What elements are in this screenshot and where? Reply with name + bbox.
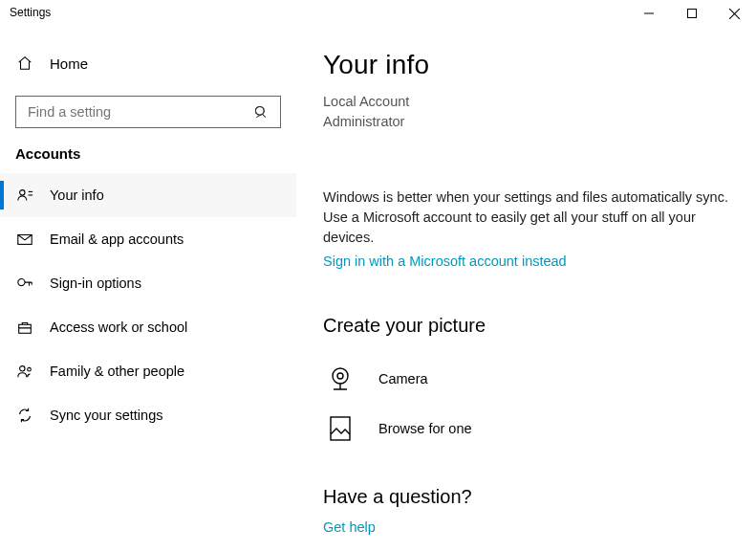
sidebar-item-your-info[interactable]: Your info [0, 173, 296, 217]
minimize-button[interactable] [627, 0, 670, 27]
maximize-button[interactable] [670, 0, 713, 27]
svg-rect-1 [687, 10, 696, 18]
search-box[interactable] [15, 96, 281, 128]
search-input[interactable] [26, 103, 251, 121]
account-role: Administrator [323, 112, 729, 132]
briefcase-icon [15, 318, 34, 337]
sidebar-item-family[interactable]: Family & other people [0, 349, 296, 393]
sidebar-item-signin[interactable]: Sign-in options [0, 261, 296, 305]
svg-rect-14 [19, 324, 32, 333]
person-card-icon [15, 186, 34, 205]
home-icon [15, 54, 34, 73]
people-icon [15, 362, 34, 381]
section-header: Accounts [0, 145, 296, 162]
sidebar: Home Accounts [0, 31, 296, 551]
key-icon [15, 274, 34, 293]
sidebar-item-email[interactable]: Email & app accounts [0, 217, 296, 261]
svg-point-15 [20, 366, 25, 371]
camera-label: Camera [378, 371, 428, 386]
svg-point-17 [333, 368, 348, 384]
home-button[interactable]: Home [0, 44, 296, 82]
search-icon [251, 102, 270, 121]
picture-heading: Create your picture [323, 315, 729, 337]
svg-line-8 [263, 114, 266, 117]
sidebar-item-label: Your info [50, 187, 104, 203]
camera-icon [323, 362, 357, 396]
svg-point-9 [20, 190, 25, 195]
home-label: Home [50, 55, 88, 72]
svg-point-18 [337, 373, 343, 379]
account-type: Local Account [323, 92, 729, 112]
sidebar-item-label: Sync your settings [50, 408, 162, 423]
sync-description: Windows is better when your settings and… [323, 187, 729, 248]
camera-option[interactable]: Camera [323, 354, 729, 404]
question-heading: Have a question? [323, 486, 729, 508]
browse-label: Browse for one [378, 421, 472, 436]
svg-point-13 [18, 279, 25, 286]
close-button[interactable] [713, 0, 756, 27]
sidebar-item-label: Sign-in options [50, 276, 141, 291]
page-title: Your info [323, 50, 729, 80]
svg-rect-19 [331, 417, 350, 440]
content-area: Your info Local Account Administrator Wi… [296, 31, 756, 551]
get-help-link[interactable]: Get help [323, 519, 376, 535]
svg-point-7 [255, 106, 264, 115]
browse-icon [323, 411, 357, 446]
browse-option[interactable]: Browse for one [323, 404, 729, 453]
sync-icon [15, 406, 34, 425]
window-title: Settings [10, 0, 51, 19]
sidebar-item-work[interactable]: Access work or school [0, 305, 296, 349]
sidebar-item-label: Access work or school [50, 320, 187, 335]
signin-microsoft-link[interactable]: Sign in with a Microsoft account instead [323, 253, 567, 269]
sidebar-item-label: Family & other people [50, 364, 184, 379]
sidebar-item-sync[interactable]: Sync your settings [0, 393, 296, 437]
svg-point-16 [28, 367, 32, 371]
sidebar-item-label: Email & app accounts [50, 231, 184, 247]
mail-icon [15, 230, 34, 249]
